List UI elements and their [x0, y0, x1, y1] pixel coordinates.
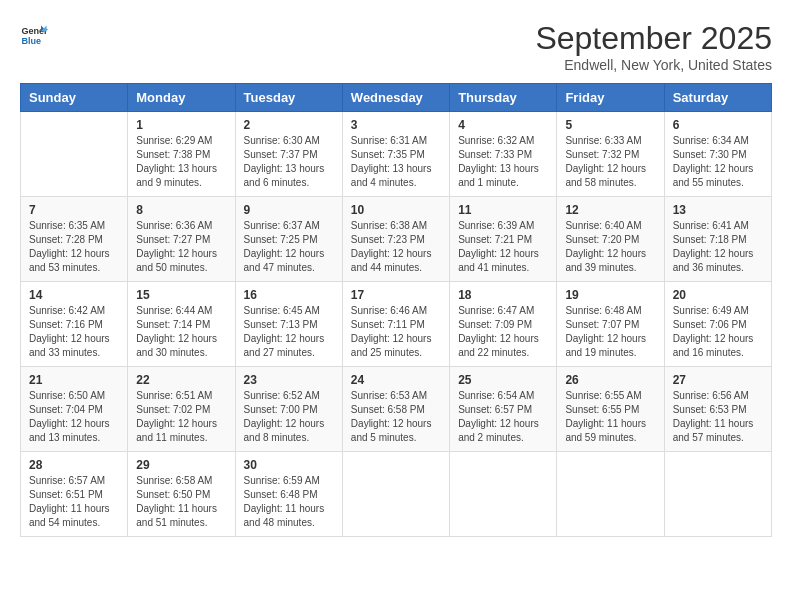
calendar-cell: 22Sunrise: 6:51 AM Sunset: 7:02 PM Dayli… [128, 367, 235, 452]
day-info: Sunrise: 6:33 AM Sunset: 7:32 PM Dayligh… [565, 134, 655, 190]
calendar-cell: 6Sunrise: 6:34 AM Sunset: 7:30 PM Daylig… [664, 112, 771, 197]
column-header-thursday: Thursday [450, 84, 557, 112]
calendar-cell [664, 452, 771, 537]
calendar-cell: 30Sunrise: 6:59 AM Sunset: 6:48 PM Dayli… [235, 452, 342, 537]
calendar-cell: 14Sunrise: 6:42 AM Sunset: 7:16 PM Dayli… [21, 282, 128, 367]
calendar-cell: 24Sunrise: 6:53 AM Sunset: 6:58 PM Dayli… [342, 367, 449, 452]
day-number: 17 [351, 288, 441, 302]
calendar-cell: 20Sunrise: 6:49 AM Sunset: 7:06 PM Dayli… [664, 282, 771, 367]
calendar-cell: 19Sunrise: 6:48 AM Sunset: 7:07 PM Dayli… [557, 282, 664, 367]
day-info: Sunrise: 6:46 AM Sunset: 7:11 PM Dayligh… [351, 304, 441, 360]
day-number: 5 [565, 118, 655, 132]
day-info: Sunrise: 6:39 AM Sunset: 7:21 PM Dayligh… [458, 219, 548, 275]
calendar-cell: 1Sunrise: 6:29 AM Sunset: 7:38 PM Daylig… [128, 112, 235, 197]
day-number: 3 [351, 118, 441, 132]
day-number: 13 [673, 203, 763, 217]
calendar-cell: 12Sunrise: 6:40 AM Sunset: 7:20 PM Dayli… [557, 197, 664, 282]
column-header-wednesday: Wednesday [342, 84, 449, 112]
day-number: 29 [136, 458, 226, 472]
day-info: Sunrise: 6:55 AM Sunset: 6:55 PM Dayligh… [565, 389, 655, 445]
day-number: 21 [29, 373, 119, 387]
calendar-cell [557, 452, 664, 537]
column-header-saturday: Saturday [664, 84, 771, 112]
calendar-table: SundayMondayTuesdayWednesdayThursdayFrid… [20, 83, 772, 537]
page-subtitle: Endwell, New York, United States [535, 57, 772, 73]
day-info: Sunrise: 6:36 AM Sunset: 7:27 PM Dayligh… [136, 219, 226, 275]
day-number: 23 [244, 373, 334, 387]
day-info: Sunrise: 6:50 AM Sunset: 7:04 PM Dayligh… [29, 389, 119, 445]
calendar-cell: 18Sunrise: 6:47 AM Sunset: 7:09 PM Dayli… [450, 282, 557, 367]
calendar-week-row: 28Sunrise: 6:57 AM Sunset: 6:51 PM Dayli… [21, 452, 772, 537]
calendar-cell [21, 112, 128, 197]
day-info: Sunrise: 6:47 AM Sunset: 7:09 PM Dayligh… [458, 304, 548, 360]
calendar-cell: 4Sunrise: 6:32 AM Sunset: 7:33 PM Daylig… [450, 112, 557, 197]
day-number: 19 [565, 288, 655, 302]
day-info: Sunrise: 6:44 AM Sunset: 7:14 PM Dayligh… [136, 304, 226, 360]
day-info: Sunrise: 6:30 AM Sunset: 7:37 PM Dayligh… [244, 134, 334, 190]
calendar-cell: 15Sunrise: 6:44 AM Sunset: 7:14 PM Dayli… [128, 282, 235, 367]
day-info: Sunrise: 6:29 AM Sunset: 7:38 PM Dayligh… [136, 134, 226, 190]
title-area: September 2025 Endwell, New York, United… [535, 20, 772, 73]
day-info: Sunrise: 6:56 AM Sunset: 6:53 PM Dayligh… [673, 389, 763, 445]
column-header-monday: Monday [128, 84, 235, 112]
day-info: Sunrise: 6:59 AM Sunset: 6:48 PM Dayligh… [244, 474, 334, 530]
calendar-cell: 9Sunrise: 6:37 AM Sunset: 7:25 PM Daylig… [235, 197, 342, 282]
column-header-tuesday: Tuesday [235, 84, 342, 112]
day-number: 10 [351, 203, 441, 217]
day-number: 30 [244, 458, 334, 472]
day-info: Sunrise: 6:34 AM Sunset: 7:30 PM Dayligh… [673, 134, 763, 190]
day-number: 16 [244, 288, 334, 302]
calendar-cell: 26Sunrise: 6:55 AM Sunset: 6:55 PM Dayli… [557, 367, 664, 452]
day-number: 4 [458, 118, 548, 132]
day-number: 18 [458, 288, 548, 302]
day-info: Sunrise: 6:53 AM Sunset: 6:58 PM Dayligh… [351, 389, 441, 445]
day-info: Sunrise: 6:31 AM Sunset: 7:35 PM Dayligh… [351, 134, 441, 190]
calendar-cell [450, 452, 557, 537]
day-info: Sunrise: 6:58 AM Sunset: 6:50 PM Dayligh… [136, 474, 226, 530]
calendar-cell: 21Sunrise: 6:50 AM Sunset: 7:04 PM Dayli… [21, 367, 128, 452]
day-number: 8 [136, 203, 226, 217]
day-info: Sunrise: 6:57 AM Sunset: 6:51 PM Dayligh… [29, 474, 119, 530]
calendar-cell [342, 452, 449, 537]
calendar-cell: 16Sunrise: 6:45 AM Sunset: 7:13 PM Dayli… [235, 282, 342, 367]
calendar-cell: 13Sunrise: 6:41 AM Sunset: 7:18 PM Dayli… [664, 197, 771, 282]
page-header: General Blue September 2025 Endwell, New… [20, 20, 772, 73]
day-number: 28 [29, 458, 119, 472]
day-number: 6 [673, 118, 763, 132]
day-number: 1 [136, 118, 226, 132]
day-info: Sunrise: 6:49 AM Sunset: 7:06 PM Dayligh… [673, 304, 763, 360]
day-info: Sunrise: 6:45 AM Sunset: 7:13 PM Dayligh… [244, 304, 334, 360]
day-number: 9 [244, 203, 334, 217]
calendar-cell: 7Sunrise: 6:35 AM Sunset: 7:28 PM Daylig… [21, 197, 128, 282]
day-number: 20 [673, 288, 763, 302]
calendar-cell: 23Sunrise: 6:52 AM Sunset: 7:00 PM Dayli… [235, 367, 342, 452]
day-number: 26 [565, 373, 655, 387]
day-info: Sunrise: 6:37 AM Sunset: 7:25 PM Dayligh… [244, 219, 334, 275]
day-number: 22 [136, 373, 226, 387]
day-number: 24 [351, 373, 441, 387]
calendar-cell: 2Sunrise: 6:30 AM Sunset: 7:37 PM Daylig… [235, 112, 342, 197]
day-info: Sunrise: 6:38 AM Sunset: 7:23 PM Dayligh… [351, 219, 441, 275]
calendar-cell: 29Sunrise: 6:58 AM Sunset: 6:50 PM Dayli… [128, 452, 235, 537]
column-header-sunday: Sunday [21, 84, 128, 112]
day-info: Sunrise: 6:41 AM Sunset: 7:18 PM Dayligh… [673, 219, 763, 275]
calendar-week-row: 14Sunrise: 6:42 AM Sunset: 7:16 PM Dayli… [21, 282, 772, 367]
calendar-cell: 5Sunrise: 6:33 AM Sunset: 7:32 PM Daylig… [557, 112, 664, 197]
day-number: 25 [458, 373, 548, 387]
calendar-cell: 11Sunrise: 6:39 AM Sunset: 7:21 PM Dayli… [450, 197, 557, 282]
day-number: 14 [29, 288, 119, 302]
calendar-cell: 3Sunrise: 6:31 AM Sunset: 7:35 PM Daylig… [342, 112, 449, 197]
day-info: Sunrise: 6:32 AM Sunset: 7:33 PM Dayligh… [458, 134, 548, 190]
day-info: Sunrise: 6:54 AM Sunset: 6:57 PM Dayligh… [458, 389, 548, 445]
day-info: Sunrise: 6:52 AM Sunset: 7:00 PM Dayligh… [244, 389, 334, 445]
column-header-friday: Friday [557, 84, 664, 112]
day-number: 12 [565, 203, 655, 217]
calendar-week-row: 7Sunrise: 6:35 AM Sunset: 7:28 PM Daylig… [21, 197, 772, 282]
calendar-cell: 8Sunrise: 6:36 AM Sunset: 7:27 PM Daylig… [128, 197, 235, 282]
day-info: Sunrise: 6:51 AM Sunset: 7:02 PM Dayligh… [136, 389, 226, 445]
calendar-cell: 27Sunrise: 6:56 AM Sunset: 6:53 PM Dayli… [664, 367, 771, 452]
day-info: Sunrise: 6:35 AM Sunset: 7:28 PM Dayligh… [29, 219, 119, 275]
day-number: 15 [136, 288, 226, 302]
calendar-cell: 17Sunrise: 6:46 AM Sunset: 7:11 PM Dayli… [342, 282, 449, 367]
page-title: September 2025 [535, 20, 772, 57]
